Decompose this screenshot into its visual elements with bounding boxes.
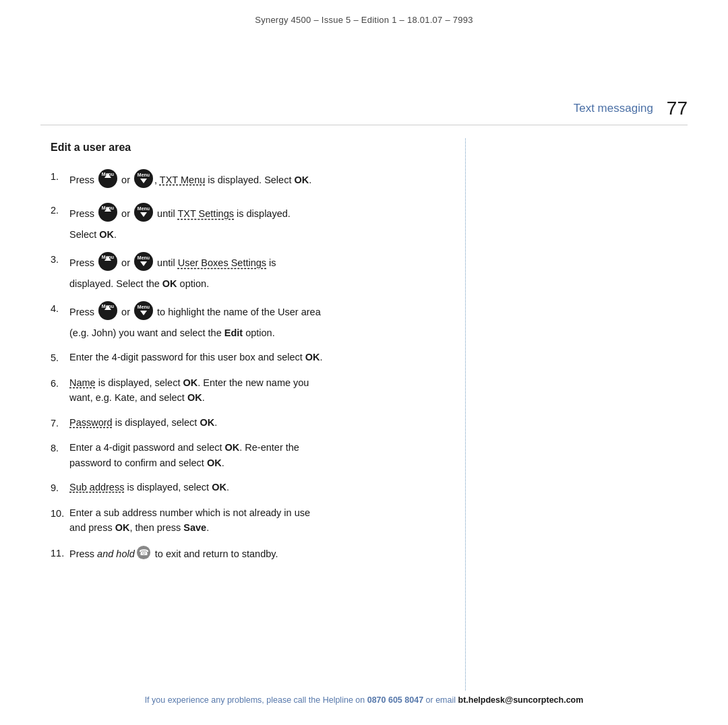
arrow-up-button-icon: Menu [98, 251, 118, 276]
underline-text: Sub address [69, 482, 124, 493]
underline-text: TXT Menu [160, 175, 205, 185]
bold-text: Edit [224, 327, 243, 338]
step-item: 7.Password is displayed, select OK. [51, 415, 425, 431]
bold-text: OK [99, 229, 114, 240]
step-number: 11. [51, 545, 69, 561]
bold-text: Save [183, 522, 206, 533]
bold-text: OK [207, 458, 222, 468]
bold-text: OK [187, 392, 202, 403]
section-label: Text messaging [574, 102, 653, 115]
footer-bar: If you experience any problems, please c… [40, 695, 688, 705]
step-item: 1.Press Menu or Menu , TXT Menu is displ… [51, 168, 425, 193]
step-item: 3.Press Menu or Menu until User Boxes Se… [51, 251, 425, 291]
step-item: 2.Press Menu or Menu until TXT Settings … [51, 202, 425, 242]
footer-phone: 0870 605 8047 [367, 695, 423, 705]
top-right-info: Text messaging 77 [574, 98, 688, 119]
arrow-up-button-icon: Menu [98, 168, 118, 193]
step-content: Press Menu or Menu , TXT Menu is display… [69, 168, 425, 193]
bold-text: OK [183, 377, 198, 388]
step-content: Press Menu or Menu until TXT Settings is… [69, 202, 425, 242]
step-number: 4. [51, 301, 69, 316]
step-content: Enter a 4-digit password and select OK. … [69, 440, 425, 470]
step-number: 7. [51, 415, 69, 431]
menu-down-button-icon: Menu [133, 168, 154, 193]
page-header: Synergy 4500 – Issue 5 – Edition 1 – 18.… [0, 0, 728, 25]
arrow-up-button-icon: Menu [98, 202, 118, 226]
svg-text:Menu: Menu [138, 206, 150, 211]
footer-prefix: If you experience any problems, please c… [145, 695, 367, 705]
vertical-divider [465, 138, 466, 691]
main-content: Edit a user area 1.Press Menu or Menu , … [51, 141, 445, 573]
step-item: 6.Name is displayed, select OK. Enter th… [51, 375, 425, 406]
bold-text: OK [294, 175, 309, 185]
step-content: Enter the 4-digit password for this user… [69, 350, 425, 365]
underline-text: User Boxes Settings [178, 257, 266, 268]
step-number: 10. [51, 505, 69, 521]
underline-text: TXT Settings [177, 209, 234, 220]
divider-line [40, 125, 688, 125]
step-content: Name is displayed, select OK. Enter the … [69, 375, 425, 406]
step-item: 8.Enter a 4-digit password and select OK… [51, 440, 425, 470]
step-content: Sub address is displayed, select OK. [69, 480, 425, 495]
step-number: 3. [51, 251, 69, 267]
step-number: 9. [51, 480, 69, 495]
menu-down-button-icon: Menu [133, 301, 154, 325]
svg-text:Menu: Menu [138, 172, 150, 177]
svg-text:☎: ☎ [138, 547, 148, 557]
step-content: Enter a sub address number which is not … [69, 505, 425, 536]
bold-text: OK [162, 278, 177, 289]
step-number: 8. [51, 440, 69, 455]
step-content: Press Menu or Menu until User Boxes Sett… [69, 251, 425, 291]
italic-text: and hold [97, 548, 135, 559]
step-content: Press and hold ☎ to exit and return to s… [69, 545, 425, 564]
step-content: Password is displayed, select OK. [69, 415, 425, 430]
step-number: 5. [51, 350, 69, 365]
step-number: 1. [51, 168, 69, 184]
step-number: 2. [51, 202, 69, 218]
header-title: Synergy 4500 – Issue 5 – Edition 1 – 18.… [255, 15, 473, 25]
bold-text: OK [225, 442, 240, 453]
menu-down-button-icon: Menu [133, 202, 154, 226]
arrow-up-button-icon: Menu [98, 301, 118, 325]
underline-text: Password [69, 417, 113, 428]
footer-email: bt.helpdesk@suncorptech.com [458, 695, 584, 705]
menu-down-button-icon: Menu [133, 251, 154, 276]
step-item: 10.Enter a sub address number which is n… [51, 505, 425, 536]
bold-text: OK [200, 417, 214, 428]
step-item: 11.Press and hold ☎ to exit and return t… [51, 545, 425, 564]
svg-text:Menu: Menu [138, 305, 150, 309]
steps-list: 1.Press Menu or Menu , TXT Menu is displ… [51, 168, 425, 564]
bold-text: OK [212, 482, 226, 493]
step-item: 4.Press Menu or Menu to highlight the na… [51, 301, 425, 340]
svg-text:Menu: Menu [138, 255, 150, 260]
page-number: 77 [667, 98, 688, 119]
step-item: 9.Sub address is displayed, select OK. [51, 480, 425, 495]
step-content: Press Menu or Menu to highlight the name… [69, 301, 425, 340]
section-title: Edit a user area [51, 141, 425, 154]
step-number: 6. [51, 375, 69, 391]
step-item: 5.Enter the 4-digit password for this us… [51, 350, 425, 365]
phone-icon: ☎ [136, 545, 151, 564]
bold-text: OK [305, 352, 320, 362]
underline-text: Name [69, 377, 96, 388]
bold-text: OK [115, 522, 130, 533]
footer-middle: or email [423, 695, 458, 705]
